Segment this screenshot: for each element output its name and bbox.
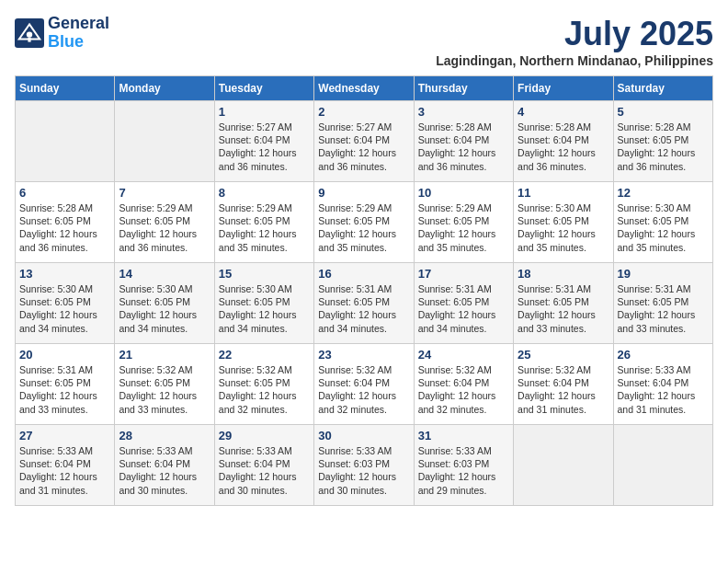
calendar-cell: 21Sunrise: 5:32 AMSunset: 6:05 PMDayligh… <box>115 344 214 425</box>
day-info: Sunrise: 5:29 AMSunset: 6:05 PMDaylight:… <box>119 201 210 254</box>
day-number: 1 <box>219 105 310 119</box>
weekday-header: Friday <box>514 76 613 101</box>
calendar-cell: 1Sunrise: 5:27 AMSunset: 6:04 PMDaylight… <box>214 101 313 182</box>
day-info: Sunrise: 5:28 AMSunset: 6:05 PMDaylight:… <box>19 201 110 254</box>
day-info: Sunrise: 5:29 AMSunset: 6:05 PMDaylight:… <box>219 201 310 254</box>
calendar-header: SundayMondayTuesdayWednesdayThursdayFrid… <box>16 76 713 101</box>
calendar-cell <box>115 101 214 182</box>
day-number: 16 <box>318 267 409 281</box>
day-info: Sunrise: 5:32 AMSunset: 6:05 PMDaylight:… <box>119 363 210 416</box>
day-number: 18 <box>518 267 609 281</box>
day-number: 11 <box>518 186 609 200</box>
calendar-cell: 31Sunrise: 5:33 AMSunset: 6:03 PMDayligh… <box>414 425 513 506</box>
day-info: Sunrise: 5:32 AMSunset: 6:04 PMDaylight:… <box>518 363 609 416</box>
calendar-cell: 2Sunrise: 5:27 AMSunset: 6:04 PMDaylight… <box>314 101 414 182</box>
day-number: 13 <box>19 267 110 281</box>
day-info: Sunrise: 5:31 AMSunset: 6:05 PMDaylight:… <box>318 282 409 335</box>
day-info: Sunrise: 5:30 AMSunset: 6:05 PMDaylight:… <box>219 282 310 335</box>
day-number: 5 <box>618 105 709 119</box>
calendar-cell: 26Sunrise: 5:33 AMSunset: 6:04 PMDayligh… <box>613 344 712 425</box>
calendar-cell: 25Sunrise: 5:32 AMSunset: 6:04 PMDayligh… <box>514 344 613 425</box>
calendar-cell: 19Sunrise: 5:31 AMSunset: 6:05 PMDayligh… <box>613 263 712 344</box>
location-title: Lagindingan, Northern Mindanao, Philippi… <box>436 53 713 68</box>
day-number: 27 <box>19 429 110 442</box>
day-info: Sunrise: 5:27 AMSunset: 6:04 PMDaylight:… <box>219 121 310 173</box>
day-number: 8 <box>219 186 310 200</box>
day-info: Sunrise: 5:30 AMSunset: 6:05 PMDaylight:… <box>518 201 609 254</box>
svg-point-2 <box>27 31 32 37</box>
calendar-cell: 6Sunrise: 5:28 AMSunset: 6:05 PMDaylight… <box>16 182 115 263</box>
calendar-cell: 18Sunrise: 5:31 AMSunset: 6:05 PMDayligh… <box>514 263 613 344</box>
calendar-cell: 29Sunrise: 5:33 AMSunset: 6:04 PMDayligh… <box>214 425 313 506</box>
day-info: Sunrise: 5:33 AMSunset: 6:03 PMDaylight:… <box>318 444 409 497</box>
calendar-cell: 10Sunrise: 5:29 AMSunset: 6:05 PMDayligh… <box>414 182 513 263</box>
day-number: 12 <box>618 186 709 200</box>
calendar-cell: 17Sunrise: 5:31 AMSunset: 6:05 PMDayligh… <box>414 263 513 344</box>
calendar-cell: 11Sunrise: 5:30 AMSunset: 6:05 PMDayligh… <box>514 182 613 263</box>
calendar-cell: 24Sunrise: 5:32 AMSunset: 6:04 PMDayligh… <box>414 344 513 425</box>
day-number: 14 <box>119 267 210 281</box>
day-number: 20 <box>19 348 110 362</box>
logo: General Blue <box>15 15 109 52</box>
calendar-cell: 16Sunrise: 5:31 AMSunset: 6:05 PMDayligh… <box>314 263 414 344</box>
calendar-cell: 8Sunrise: 5:29 AMSunset: 6:05 PMDaylight… <box>214 182 313 263</box>
calendar-week: 20Sunrise: 5:31 AMSunset: 6:05 PMDayligh… <box>16 344 713 425</box>
logo-icon <box>15 18 44 48</box>
day-number: 6 <box>19 186 110 200</box>
weekday-header: Sunday <box>16 76 115 101</box>
day-number: 7 <box>119 186 210 200</box>
calendar-week: 6Sunrise: 5:28 AMSunset: 6:05 PMDaylight… <box>16 182 713 263</box>
month-title: July 2025 <box>436 15 713 53</box>
weekday-row: SundayMondayTuesdayWednesdayThursdayFrid… <box>16 76 713 101</box>
calendar-cell <box>16 101 115 182</box>
calendar-cell: 7Sunrise: 5:29 AMSunset: 6:05 PMDaylight… <box>115 182 214 263</box>
day-number: 23 <box>318 348 409 362</box>
calendar-cell: 22Sunrise: 5:32 AMSunset: 6:05 PMDayligh… <box>214 344 313 425</box>
day-info: Sunrise: 5:33 AMSunset: 6:04 PMDaylight:… <box>119 444 210 497</box>
day-info: Sunrise: 5:33 AMSunset: 6:04 PMDaylight:… <box>19 444 110 497</box>
day-number: 2 <box>318 105 409 119</box>
day-number: 19 <box>618 267 709 281</box>
calendar-cell: 3Sunrise: 5:28 AMSunset: 6:04 PMDaylight… <box>414 101 513 182</box>
day-info: Sunrise: 5:33 AMSunset: 6:03 PMDaylight:… <box>418 444 509 497</box>
day-number: 15 <box>219 267 310 281</box>
calendar-cell: 13Sunrise: 5:30 AMSunset: 6:05 PMDayligh… <box>16 263 115 344</box>
day-info: Sunrise: 5:31 AMSunset: 6:05 PMDaylight:… <box>618 282 709 335</box>
day-number: 28 <box>119 429 210 442</box>
weekday-header: Monday <box>115 76 214 101</box>
day-info: Sunrise: 5:30 AMSunset: 6:05 PMDaylight:… <box>19 282 110 335</box>
day-info: Sunrise: 5:28 AMSunset: 6:04 PMDaylight:… <box>418 121 509 173</box>
day-number: 31 <box>418 429 509 442</box>
calendar-cell: 9Sunrise: 5:29 AMSunset: 6:05 PMDaylight… <box>314 182 414 263</box>
day-info: Sunrise: 5:33 AMSunset: 6:04 PMDaylight:… <box>219 444 310 497</box>
day-info: Sunrise: 5:30 AMSunset: 6:05 PMDaylight:… <box>618 201 709 254</box>
calendar-cell: 4Sunrise: 5:28 AMSunset: 6:04 PMDaylight… <box>514 101 613 182</box>
calendar-week: 13Sunrise: 5:30 AMSunset: 6:05 PMDayligh… <box>16 263 713 344</box>
day-number: 4 <box>518 105 609 119</box>
day-info: Sunrise: 5:31 AMSunset: 6:05 PMDaylight:… <box>19 363 110 416</box>
day-info: Sunrise: 5:29 AMSunset: 6:05 PMDaylight:… <box>318 201 409 254</box>
day-number: 9 <box>318 186 409 200</box>
calendar-cell: 15Sunrise: 5:30 AMSunset: 6:05 PMDayligh… <box>214 263 313 344</box>
day-info: Sunrise: 5:27 AMSunset: 6:04 PMDaylight:… <box>318 121 409 173</box>
day-number: 30 <box>318 429 409 442</box>
calendar-cell: 30Sunrise: 5:33 AMSunset: 6:03 PMDayligh… <box>314 425 414 506</box>
weekday-header: Tuesday <box>214 76 313 101</box>
weekday-header: Wednesday <box>314 76 414 101</box>
day-number: 3 <box>418 105 509 119</box>
calendar-cell <box>514 425 613 506</box>
logo-text: General Blue <box>48 15 109 52</box>
day-info: Sunrise: 5:30 AMSunset: 6:05 PMDaylight:… <box>119 282 210 335</box>
day-number: 10 <box>418 186 509 200</box>
calendar-cell: 12Sunrise: 5:30 AMSunset: 6:05 PMDayligh… <box>613 182 712 263</box>
svg-rect-3 <box>28 38 30 42</box>
day-info: Sunrise: 5:28 AMSunset: 6:05 PMDaylight:… <box>618 121 709 173</box>
day-info: Sunrise: 5:32 AMSunset: 6:05 PMDaylight:… <box>219 363 310 416</box>
calendar-cell <box>613 425 712 506</box>
weekday-header: Thursday <box>414 76 513 101</box>
calendar-cell: 23Sunrise: 5:32 AMSunset: 6:04 PMDayligh… <box>314 344 414 425</box>
day-info: Sunrise: 5:31 AMSunset: 6:05 PMDaylight:… <box>518 282 609 335</box>
calendar-cell: 14Sunrise: 5:30 AMSunset: 6:05 PMDayligh… <box>115 263 214 344</box>
calendar-cell: 5Sunrise: 5:28 AMSunset: 6:05 PMDaylight… <box>613 101 712 182</box>
calendar-cell: 20Sunrise: 5:31 AMSunset: 6:05 PMDayligh… <box>16 344 115 425</box>
